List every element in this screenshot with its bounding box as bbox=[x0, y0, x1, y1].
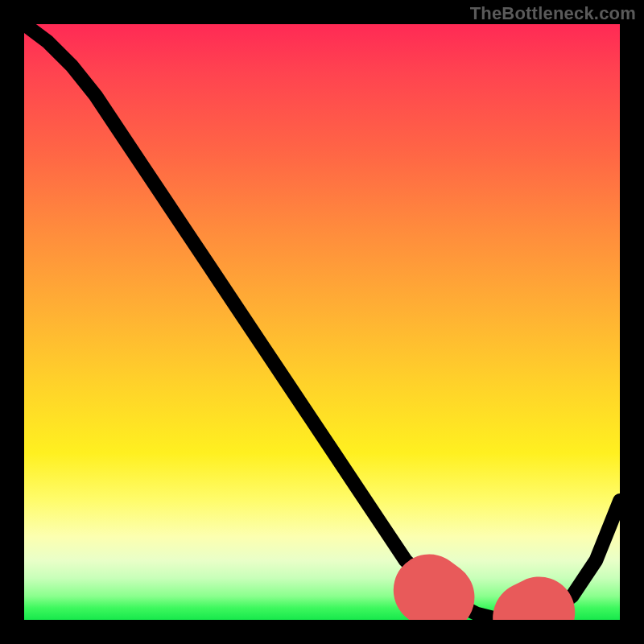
chart-frame: TheBottleneck.com bbox=[0, 0, 644, 644]
watermark-text: TheBottleneck.com bbox=[470, 3, 636, 24]
plot-area bbox=[24, 24, 620, 620]
gradient-background bbox=[24, 24, 620, 620]
